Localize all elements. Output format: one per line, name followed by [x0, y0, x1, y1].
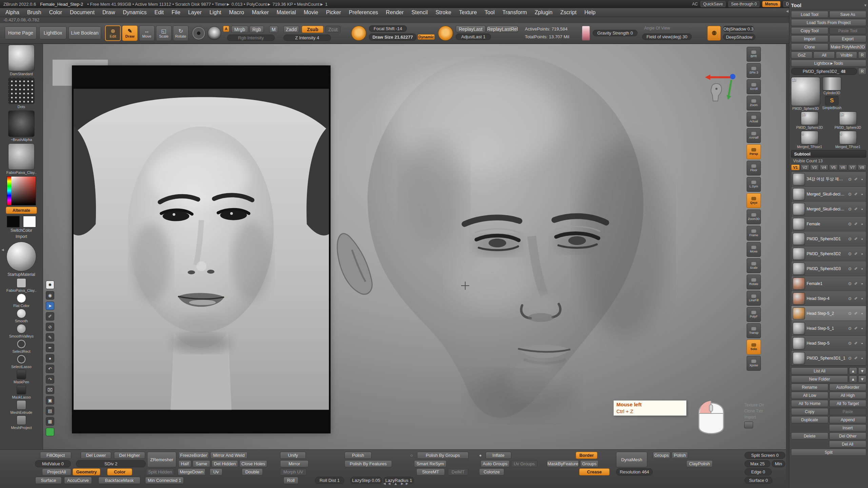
- shelf-colorize[interactable]: Colorize: [479, 468, 504, 475]
- monitor-icon[interactable]: ▣: [46, 396, 54, 405]
- menus-button[interactable]: Menus: [762, 1, 781, 7]
- rotate-button[interactable]: ↻Rotate: [173, 25, 189, 41]
- subtool-insert[interactable]: Insert: [829, 424, 867, 431]
- shelf-bpr[interactable]: BPR: [747, 47, 761, 62]
- selectrect-thumb[interactable]: [17, 339, 26, 349]
- shelf-dynamesh[interactable]: DynaMesh: [616, 452, 647, 467]
- poly-icon[interactable]: ▪: [860, 192, 865, 197]
- shelf-min-connected-1[interactable]: Min Connected 1: [145, 477, 184, 484]
- shelf-min[interactable]: Min: [772, 460, 785, 467]
- secondary-color-swatch[interactable]: [23, 216, 36, 227]
- focal-shift-slider[interactable]: Focal Shift -14: [369, 25, 407, 32]
- shelf-persp[interactable]: Persp: [747, 144, 761, 159]
- subtool-del-other[interactable]: Del Other: [829, 432, 867, 440]
- menu-brush[interactable]: Brush: [27, 9, 41, 16]
- subtool-del-all[interactable]: Del All: [829, 441, 867, 448]
- shelf-actual[interactable]: Actual: [747, 112, 761, 127]
- tool-load-tool[interactable]: Load Tool: [791, 11, 828, 18]
- shelf-del-hidden[interactable]: Del Hidden: [212, 460, 238, 467]
- shelf-color[interactable]: Color: [107, 468, 132, 475]
- shelf-border[interactable]: Border: [576, 452, 597, 459]
- eye-icon[interactable]: ⊙: [847, 296, 852, 301]
- menu-draw[interactable]: Draw: [102, 9, 115, 16]
- maskpen-thumb[interactable]: [17, 370, 26, 379]
- menu-stroke[interactable]: Stroke: [436, 9, 451, 16]
- lightbox-button[interactable]: LightBox: [39, 26, 66, 39]
- tool-lightbox-tools[interactable]: Lightbox►Tools: [791, 60, 866, 67]
- shelf-backfacemask[interactable]: BackfaceMask: [98, 477, 140, 484]
- menu-edit[interactable]: Edit: [154, 9, 164, 16]
- mrgb-button[interactable]: Mrgb: [231, 26, 248, 33]
- paint-icon[interactable]: ✐: [853, 207, 859, 211]
- import-button[interactable]: Import: [16, 234, 27, 239]
- tool-panel-header[interactable]: Tool ▾: [791, 1, 866, 9]
- tool-save-as[interactable]: Save As: [829, 11, 867, 18]
- shelf-uv[interactable]: Uv: [210, 468, 222, 475]
- subtool-item[interactable]: ▼: [858, 367, 866, 374]
- poly-icon[interactable]: ▪: [860, 222, 865, 226]
- paint-icon[interactable]: ✐: [853, 326, 859, 331]
- shelf-zoom3d[interactable]: Zoom3D: [747, 209, 761, 224]
- shelf-surface[interactable]: Surface: [35, 477, 62, 484]
- menu-help[interactable]: Help: [584, 9, 595, 16]
- shelf-aahalf[interactable]: AAHalf: [747, 128, 761, 143]
- menu-color[interactable]: Color: [49, 9, 62, 16]
- shelf-l-sym[interactable]: L.Sym: [747, 177, 761, 192]
- selectlasso-thumb[interactable]: [17, 354, 26, 364]
- sculpt-canvas[interactable]: ✹◉➤✐⊘✎✒●↶↷⌧▣▤▦ Mouse left Ctrl + Z BPRSP…: [43, 44, 786, 449]
- gravity-strength-slider[interactable]: Gravity Strength 0: [593, 30, 637, 36]
- zsub-button[interactable]: Zsub: [302, 26, 323, 33]
- tool-load-tools-from-project[interactable]: Load Tools From Project: [791, 19, 866, 26]
- menu-preferences[interactable]: Preferences: [349, 9, 378, 16]
- shelf-roll[interactable]: Roll: [283, 477, 298, 484]
- masklasso-thumb[interactable]: [17, 385, 26, 394]
- tool-thumb-cylinder[interactable]: [822, 77, 841, 90]
- shelf-qxyz[interactable]: Qxyz: [747, 193, 761, 208]
- material-thumb[interactable]: [6, 242, 36, 271]
- shelf-polish-by-features[interactable]: Polish By Features: [344, 460, 392, 467]
- replay-last-button[interactable]: ReplayLast: [456, 25, 486, 33]
- shelf-zremesher[interactable]: ZRemesher: [147, 452, 176, 467]
- shelf-mirror-and-weld[interactable]: Mirror And Weld: [210, 452, 248, 459]
- shelf-frame[interactable]: Frame: [747, 226, 761, 241]
- paint-icon[interactable]: ✐: [853, 296, 859, 301]
- subtool-item[interactable]: ▲: [849, 367, 857, 374]
- flat-color-thumb[interactable]: [17, 293, 26, 303]
- subtool-item-34강-여성-두상-제작-2[interactable]: 34강 여성 두상 제작 - 2⊙✐▪: [791, 172, 866, 187]
- shelf-scroll-arrows[interactable]: ◄◄ ▲ ►►: [382, 481, 410, 486]
- shelf-split-screen-0[interactable]: Split Screen 0: [745, 452, 785, 459]
- shelf-groups[interactable]: Groups: [580, 460, 598, 467]
- light-icon[interactable]: ✹: [46, 281, 54, 289]
- subtool-item-merged-skull-decimation2-4[interactable]: Merged_Skull-decimation2_4⊙✐▪: [791, 202, 866, 217]
- eye-icon[interactable]: ⊙: [847, 237, 852, 241]
- subtool-item-pm3d-sphere3d1-1[interactable]: PM3D_Sphere3D1_1⊙✐▪: [791, 351, 866, 366]
- menu-texture[interactable]: Texture: [459, 9, 477, 16]
- texture-import[interactable]: Import: [743, 414, 784, 420]
- subtool-item-head-step-5-1[interactable]: Head Step-5_1⊙✐▪: [791, 321, 866, 336]
- pen-icon[interactable]: ✐: [46, 312, 54, 321]
- shelf-max-25[interactable]: Max 25: [745, 460, 770, 467]
- shelf-projectall[interactable]: ProjectAll: [42, 468, 71, 475]
- subtool-tab-v3[interactable]: V3: [810, 164, 819, 170]
- shelf-scroll[interactable]: Scroll: [747, 79, 761, 94]
- marker-icon[interactable]: ✒: [46, 344, 54, 352]
- menu-render[interactable]: Render: [386, 9, 403, 16]
- shelf-storemt[interactable]: StoreMT: [416, 468, 445, 475]
- shelf-edge-0[interactable]: Edge 0: [745, 468, 772, 475]
- m-button[interactable]: M: [269, 26, 278, 33]
- field-of-view-slider[interactable]: Field of view(deg) 30: [642, 34, 692, 40]
- poly-icon[interactable]: ▪: [860, 356, 865, 361]
- shelf-zoom[interactable]: Zoom: [747, 96, 761, 110]
- see-through-slider[interactable]: See-through 0: [728, 1, 760, 7]
- subtool-rename[interactable]: Rename: [791, 384, 828, 391]
- brushalpha-thumb[interactable]: [8, 110, 35, 137]
- subtool-item-head-step-4[interactable]: Head Step-4⊙✐▪: [791, 291, 866, 306]
- rgb-intensity-slider[interactable]: Rgb Intensity: [227, 35, 275, 41]
- shelf-spix-3[interactable]: SPix 3: [747, 63, 761, 78]
- menu-movie[interactable]: Movie: [304, 9, 318, 16]
- menu-marker[interactable]: Marker: [252, 9, 269, 16]
- subtool-paste[interactable]: Paste: [829, 408, 867, 415]
- subtool-append[interactable]: Append: [829, 416, 867, 423]
- poly-icon[interactable]: ▪: [860, 177, 865, 182]
- menu-alpha[interactable]: Alpha: [5, 9, 19, 16]
